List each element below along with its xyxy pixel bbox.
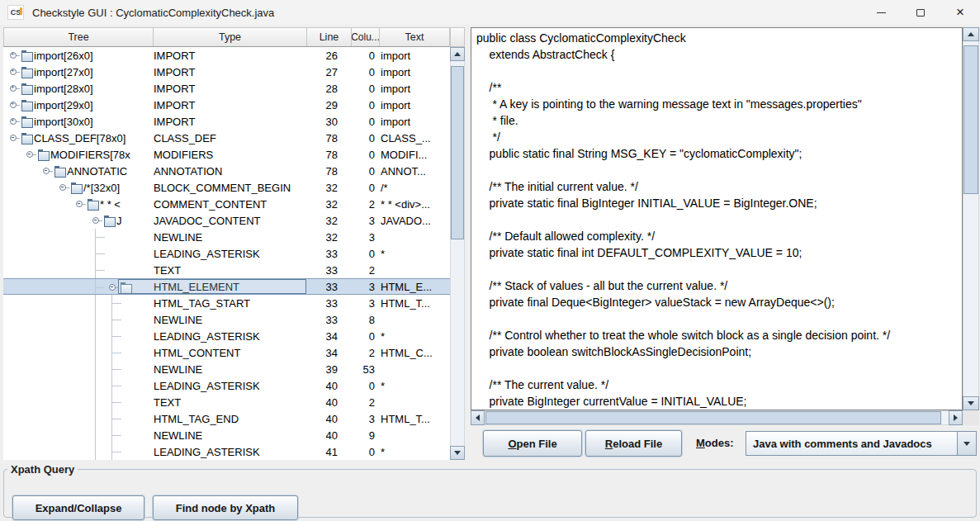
editor-scroll-right-button[interactable] bbox=[949, 410, 963, 425]
tree-indent bbox=[3, 394, 124, 410]
editor-horizontal-thumb[interactable] bbox=[485, 411, 941, 424]
line-cell: 33 bbox=[306, 279, 351, 294]
tree-table-row[interactable]: LEADING_ASTERISK 34 0 * bbox=[3, 328, 450, 344]
tree-table-row[interactable]: NEWLINE 40 9 bbox=[3, 427, 450, 443]
tree-cell bbox=[3, 427, 153, 443]
minimize-icon bbox=[877, 12, 886, 13]
tree-toggle-handle-icon[interactable] bbox=[8, 64, 20, 80]
tree-table-row[interactable]: NEWLINE 32 3 bbox=[3, 229, 450, 245]
tree-table-row[interactable]: * * < COMMENT_CONTENT 32 2 * * <div>... bbox=[3, 196, 450, 212]
tree-table-row[interactable]: LEADING_ASTERISK 40 0 * bbox=[3, 377, 450, 394]
text-cell: HTML_C... bbox=[379, 344, 450, 361]
tree-table-row[interactable]: NEWLINE 33 8 bbox=[3, 311, 450, 328]
tree-table-row[interactable]: import[30x0] IMPORT 30 0 import bbox=[3, 113, 450, 130]
tree-toggle-handle-icon[interactable] bbox=[41, 163, 53, 179]
column-header-column[interactable]: Colu... bbox=[352, 28, 380, 46]
type-cell: LEADING_ASTERISK bbox=[153, 328, 306, 344]
tree-table-row[interactable]: HTML_CONTENT 34 2 HTML_C... bbox=[3, 344, 450, 361]
column-header-tree[interactable]: Tree bbox=[4, 28, 154, 46]
column-cell: 0 bbox=[351, 130, 379, 146]
open-file-button[interactable]: Open File bbox=[483, 430, 582, 457]
tree-table-row[interactable]: import[29x0] IMPORT 29 0 import bbox=[3, 97, 450, 113]
tree-toggle-handle-icon[interactable] bbox=[8, 113, 20, 130]
type-cell: LEADING_ASTERISK bbox=[153, 245, 306, 262]
tree-table-row[interactable]: HTML_TAG_START 33 3 HTML_T... bbox=[3, 295, 450, 311]
code-line: /** Control whether to treat the whole s… bbox=[476, 327, 962, 343]
type-cell: COMMENT_CONTENT bbox=[153, 196, 306, 212]
text-cell: JAVADO... bbox=[379, 212, 450, 229]
tree-scroll-up-button[interactable] bbox=[450, 47, 465, 61]
tree-node-label: import[30x0] bbox=[34, 116, 93, 128]
find-node-by-xpath-button[interactable]: Find node by Xpath bbox=[153, 495, 298, 520]
tree-table-row[interactable]: HTML_ELEMENT 33 3 HTML_E... bbox=[3, 278, 450, 295]
tree-node-folder-icon bbox=[20, 80, 34, 97]
code-line: private BigInteger currentValue = INITIA… bbox=[476, 393, 962, 410]
tree-scroll-thumb[interactable] bbox=[451, 66, 464, 239]
column-cell: 0 bbox=[351, 47, 379, 64]
column-header-type[interactable]: Type bbox=[154, 28, 307, 46]
tree-cell: import[28x0] bbox=[3, 80, 153, 97]
tree-table-row[interactable]: TEXT 33 2 bbox=[3, 262, 450, 278]
type-cell: ANNOTATION bbox=[153, 163, 306, 179]
tree-scroll-down-button[interactable] bbox=[450, 446, 465, 460]
text-cell: HTML_T... bbox=[379, 295, 450, 311]
tree-cell: CLASS_DEF[78x0] bbox=[3, 130, 153, 146]
source-code-editor[interactable]: public class CyclomaticComplexityCheck e… bbox=[471, 27, 963, 410]
app-window: CS Checkstyle GUI : CyclomaticComplexity… bbox=[0, 0, 980, 521]
tree-toggle-handle-icon[interactable] bbox=[8, 80, 20, 97]
column-header-line[interactable]: Line bbox=[307, 28, 352, 46]
type-cell: NEWLINE bbox=[153, 229, 306, 245]
tree-table-row[interactable]: import[28x0] IMPORT 28 0 import bbox=[3, 80, 450, 97]
tree-toggle-handle-icon[interactable] bbox=[8, 130, 20, 146]
tree-table-row[interactable]: HTML_TAG_END 40 3 HTML_T... bbox=[3, 410, 450, 427]
column-header-text[interactable]: Text bbox=[380, 28, 449, 46]
tree-table-row[interactable]: J JAVADOC_CONTENT 32 3 JAVADO... bbox=[3, 212, 450, 229]
text-cell bbox=[379, 229, 450, 245]
line-cell: 33 bbox=[306, 245, 351, 262]
expand-collapse-button[interactable]: Expand/Collapse bbox=[12, 495, 144, 520]
tree-cell bbox=[3, 377, 153, 394]
tree-toggle-handle-icon[interactable] bbox=[74, 196, 86, 212]
editor-scroll-down-button[interactable] bbox=[963, 396, 979, 410]
reload-file-button[interactable]: Reload File bbox=[585, 430, 682, 457]
tree-toggle-handle-icon[interactable] bbox=[58, 179, 69, 196]
code-line: * A key is pointing to the warning messa… bbox=[476, 96, 962, 112]
tree-cell bbox=[3, 328, 153, 344]
tree-table-row[interactable]: CLASS_DEF[78x0] CLASS_DEF 78 0 CLASS_... bbox=[3, 130, 450, 146]
tree-toggle-handle-icon[interactable] bbox=[8, 97, 20, 113]
tree-cell: J bbox=[3, 212, 153, 229]
modes-combobox[interactable]: Java with comments and Javadocs bbox=[746, 431, 977, 456]
tree-node-label: import[29x0] bbox=[34, 99, 93, 111]
tree-toggle-handle-icon[interactable] bbox=[107, 279, 119, 294]
tree-indent bbox=[3, 229, 107, 245]
tree-toggle-handle-icon[interactable] bbox=[91, 212, 102, 229]
maximize-button[interactable] bbox=[901, 0, 940, 25]
text-cell: import bbox=[379, 47, 450, 64]
tree-table-row[interactable]: TEXT 40 2 bbox=[3, 394, 450, 410]
close-button[interactable] bbox=[940, 0, 980, 25]
editor-scroll-left-button[interactable] bbox=[471, 410, 485, 425]
combobox-dropdown-button[interactable] bbox=[957, 432, 976, 455]
tree-table-row[interactable]: import[26x0] IMPORT 26 0 import bbox=[3, 47, 450, 64]
code-line: public class CyclomaticComplexityCheck bbox=[476, 30, 962, 46]
tree-table-row[interactable]: MODIFIERS[78x MODIFIERS 78 0 MODIFI... bbox=[3, 146, 450, 163]
column-cell: 0 bbox=[351, 97, 379, 113]
editor-horizontal-track[interactable] bbox=[485, 410, 949, 425]
tree-table-row[interactable]: LEADING_ASTERISK 33 0 * bbox=[3, 245, 450, 262]
code-line: private boolean switchBlockAsSingleDecis… bbox=[476, 343, 962, 360]
tree-toggle-handle-icon[interactable] bbox=[8, 47, 20, 64]
tree-table-row[interactable]: ANNOTATIC ANNOTATION 78 0 ANNOT... bbox=[3, 163, 450, 179]
tree-node-folder-icon bbox=[20, 113, 34, 130]
tree-scroll-track[interactable] bbox=[450, 61, 465, 446]
editor-scroll-up-button[interactable] bbox=[963, 27, 979, 41]
tree-cell bbox=[3, 262, 153, 278]
tree-table-row[interactable]: /*[32x0] BLOCK_COMMENT_BEGIN 32 0 /* bbox=[3, 179, 450, 196]
minimize-button[interactable] bbox=[861, 0, 901, 25]
editor-scroll-track[interactable] bbox=[963, 41, 979, 396]
tree-table-row[interactable]: NEWLINE 39 53 bbox=[3, 361, 450, 377]
editor-scroll-thumb[interactable] bbox=[963, 45, 978, 194]
tree-toggle-handle-icon[interactable] bbox=[25, 146, 36, 163]
tree-table-row[interactable]: LEADING_ASTERISK 41 0 * bbox=[3, 443, 450, 460]
tree-table-row[interactable]: import[27x0] IMPORT 27 0 import bbox=[3, 64, 450, 80]
tree-node-folder-icon bbox=[36, 146, 50, 163]
